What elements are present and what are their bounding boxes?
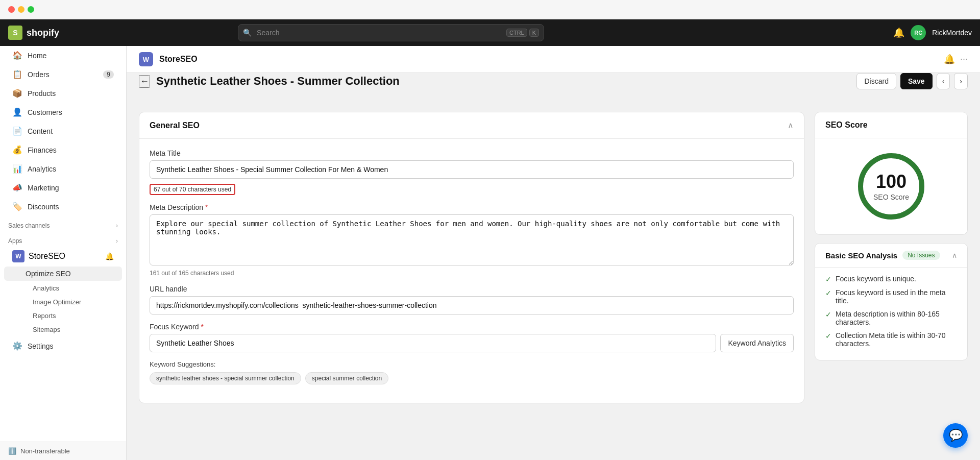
analytics-sub-nav-item[interactable]: Analytics	[4, 282, 122, 295]
search-input[interactable]	[238, 24, 544, 41]
general-seo-header: General SEO ∧	[139, 112, 804, 139]
storeseo-bell-icon[interactable]: 🔔	[105, 252, 114, 260]
analysis-body: ✓ Focus keyword is unique. ✓ Focus keywo…	[815, 268, 967, 360]
sidebar-item-content[interactable]: 📄 Content	[4, 122, 122, 140]
meta-title-group: Meta Title 67 out of 70 characters used	[150, 149, 794, 195]
analysis-item-text-0: Focus keyword is unique.	[836, 275, 916, 283]
sales-channels-label: Sales channels	[8, 222, 50, 229]
shopify-logo-icon: S	[8, 26, 22, 40]
analysis-item-text-3: Collection Meta title is within 30-70 ch…	[836, 331, 957, 348]
save-button[interactable]: Save	[900, 73, 933, 89]
sidebar-item-orders[interactable]: 📋 Orders 9	[4, 65, 122, 83]
sidebar-item-label: Content	[28, 127, 53, 135]
chat-button[interactable]: 💬	[943, 423, 968, 448]
storeseo-nav-item[interactable]: W StoreSEO 🔔	[4, 247, 122, 265]
search-container: 🔍 CTRL K	[238, 24, 544, 41]
meta-description-textarea[interactable]: Explore our special summer collection of…	[150, 214, 794, 265]
discounts-icon: 🏷️	[12, 202, 22, 211]
keyword-suggestions-label: Keyword Suggestions:	[150, 360, 794, 368]
basic-seo-card: Basic SEO Analysis No Issues ∧ ✓ Focus k…	[815, 243, 968, 360]
analysis-item-2: ✓ Meta description is within 80-165 char…	[825, 310, 957, 326]
topbar: S shopify 🔍 CTRL K 🔔 RC RickMortdev	[0, 19, 980, 46]
analysis-header: Basic SEO Analysis No Issues ∧	[815, 244, 967, 268]
analysis-item-text-2: Meta description is within 80-165 charac…	[836, 310, 957, 326]
sidebar-item-settings[interactable]: ⚙️ Settings	[4, 337, 122, 355]
sidebar-item-products[interactable]: 📦 Products	[4, 84, 122, 102]
notification-icon[interactable]: 🔔	[893, 27, 904, 38]
app-header: W StoreSEO 🔔 ···	[127, 46, 980, 73]
score-circle: 100 SEO Score	[855, 151, 927, 222]
sidebar-item-finances[interactable]: 💰 Finances	[4, 141, 122, 159]
products-icon: 📦	[12, 88, 22, 98]
image-optimizer-nav-item[interactable]: Image Optimizer	[4, 296, 122, 308]
sitemaps-label: Sitemaps	[33, 326, 60, 333]
keyword-analytics-button[interactable]: Keyword Analytics	[720, 334, 794, 352]
score-label: SEO Score	[873, 193, 909, 201]
meta-description-label: Meta Description *	[150, 203, 794, 211]
sidebar-item-marketing[interactable]: 📣 Marketing	[4, 179, 122, 197]
topbar-right: 🔔 RC RickMortdev	[893, 25, 972, 40]
nav-prev-button[interactable]: ‹	[937, 73, 950, 89]
sales-channels-chevron[interactable]: ›	[116, 222, 118, 229]
keyword-chips: synthetic leather shoes - special summer…	[150, 372, 794, 384]
keyword-row: Keyword Analytics	[150, 334, 794, 352]
focus-keyword-input[interactable]	[150, 334, 716, 352]
sitemaps-nav-item[interactable]: Sitemaps	[4, 323, 122, 336]
meta-description-required: *	[205, 203, 208, 211]
reports-nav-item[interactable]: Reports	[4, 309, 122, 322]
general-seo-card: General SEO ∧ Meta Title 67 out of 70 ch…	[139, 112, 804, 403]
no-issues-badge: No Issues	[902, 251, 940, 260]
app-header-title: StoreSEO	[159, 55, 198, 64]
score-text: 100 SEO Score	[873, 171, 909, 202]
general-seo-body: Meta Title 67 out of 70 characters used …	[139, 139, 804, 403]
url-handle-input[interactable]	[150, 296, 794, 314]
analysis-item-text-1: Focus keyword is used in the meta title.	[836, 288, 957, 305]
sidebar-item-analytics[interactable]: 📊 Analytics	[4, 160, 122, 178]
meta-title-counter: 67 out of 70 characters used	[150, 184, 235, 195]
check-icon-1: ✓	[825, 289, 831, 297]
shopify-logo: S shopify	[8, 26, 59, 40]
check-icon-3: ✓	[825, 332, 831, 340]
title-actions: Discard Save ‹ ›	[856, 73, 968, 89]
main-content: W StoreSEO 🔔 ··· ← Synthetic Leather Sho…	[127, 46, 980, 460]
keyword-chip-0[interactable]: synthetic leather shoes - special summer…	[150, 372, 301, 384]
meta-title-input[interactable]	[150, 160, 794, 179]
keyword-chip-1[interactable]: special summer collection	[305, 372, 388, 384]
info-icon: ℹ️	[8, 447, 16, 455]
reports-label: Reports	[33, 312, 56, 320]
check-icon-0: ✓	[825, 275, 831, 283]
sidebar-item-label: Discounts	[28, 203, 59, 211]
optimize-seo-nav-item[interactable]: Optimize SEO	[4, 267, 122, 281]
discard-button[interactable]: Discard	[856, 73, 896, 89]
sidebar-item-home[interactable]: 🏠 Home	[4, 46, 122, 64]
sidebar-item-label: Finances	[28, 146, 57, 154]
mac-maximize-btn[interactable]	[28, 6, 34, 13]
apps-section: Apps ›	[0, 231, 126, 247]
page-title-row: ← Synthetic Leather Shoes - Summer Colle…	[127, 73, 980, 89]
sidebar-item-customers[interactable]: 👤 Customers	[4, 103, 122, 121]
collapse-icon[interactable]: ∧	[788, 120, 794, 130]
sidebar-item-label: Customers	[28, 108, 62, 116]
analysis-item-1: ✓ Focus keyword is used in the meta titl…	[825, 288, 957, 305]
apps-chevron[interactable]: ›	[116, 237, 118, 245]
avatar: RC	[911, 25, 926, 40]
analysis-chevron[interactable]: ∧	[952, 251, 957, 259]
nav-next-button[interactable]: ›	[954, 73, 968, 89]
storeseo-icon: W	[12, 250, 24, 262]
page-content: General SEO ∧ Meta Title 67 out of 70 ch…	[127, 100, 980, 416]
k-key: K	[529, 29, 539, 37]
app-header-bell-icon[interactable]: 🔔	[944, 54, 955, 65]
ctrl-key: CTRL	[506, 29, 527, 37]
orders-badge: 9	[103, 70, 114, 79]
mac-minimize-btn[interactable]	[18, 6, 24, 13]
content-icon: 📄	[12, 126, 22, 136]
app-header-dots-icon[interactable]: ···	[960, 54, 968, 65]
customers-icon: 👤	[12, 107, 22, 117]
back-button[interactable]: ←	[139, 75, 150, 88]
sidebar-item-label: Marketing	[28, 184, 59, 192]
url-handle-group: URL handle	[150, 285, 794, 314]
mac-close-btn[interactable]	[8, 6, 15, 13]
seo-score-title: SEO Score	[825, 120, 868, 130]
non-transferable-label: Non-transferable	[20, 447, 70, 455]
sidebar-item-discounts[interactable]: 🏷️ Discounts	[4, 198, 122, 215]
